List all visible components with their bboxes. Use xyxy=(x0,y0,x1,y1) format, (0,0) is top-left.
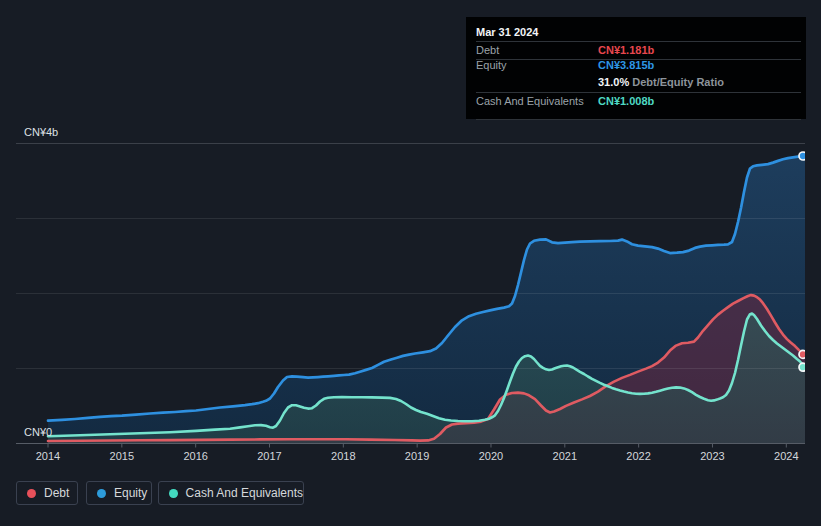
svg-text:2022: 2022 xyxy=(626,450,650,462)
svg-text:2021: 2021 xyxy=(553,450,577,462)
svg-text:2020: 2020 xyxy=(479,450,503,462)
svg-text:2015: 2015 xyxy=(110,450,134,462)
svg-text:2024: 2024 xyxy=(774,450,798,462)
svg-text:2019: 2019 xyxy=(405,450,429,462)
svg-text:2018: 2018 xyxy=(331,450,355,462)
svg-text:2017: 2017 xyxy=(257,450,281,462)
svg-text:2016: 2016 xyxy=(183,450,207,462)
svg-text:2023: 2023 xyxy=(700,450,724,462)
svg-text:2014: 2014 xyxy=(36,450,60,462)
svg-text:CN¥4b: CN¥4b xyxy=(24,126,58,138)
svg-text:CN¥0: CN¥0 xyxy=(24,426,52,438)
